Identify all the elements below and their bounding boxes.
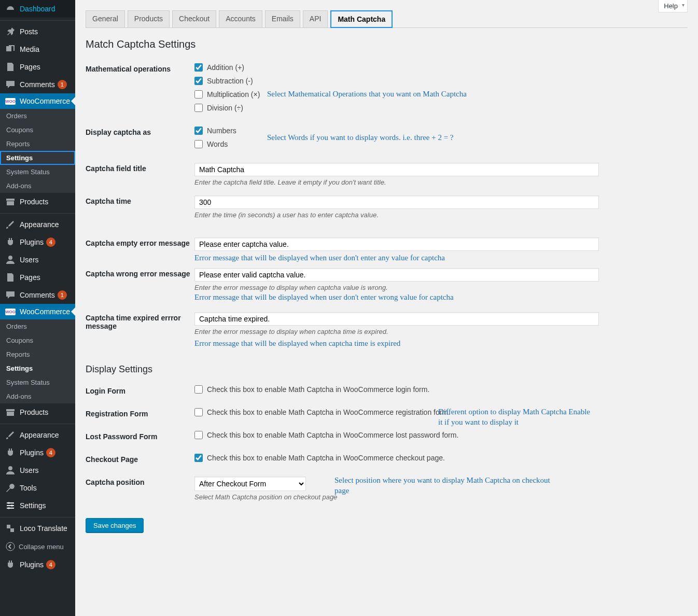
input-field-title[interactable] [194, 163, 599, 176]
label-expired-err: Captcha time expired errror message [86, 312, 194, 349]
label-reg-form: Registration Form [86, 408, 194, 422]
save-button[interactable]: Save changes [86, 518, 144, 533]
row-lost-pw: Lost Password Form Check this box to ena… [86, 431, 688, 444]
svg-point-5 [6, 542, 15, 551]
sidebar-item-woocommerce[interactable]: WOOWooCommerce [0, 93, 75, 109]
sub-addons[interactable]: Add-ons [0, 179, 75, 193]
cb-division[interactable] [194, 104, 203, 112]
comment-icon [5, 290, 16, 300]
display-settings-heading: Display Settings [86, 364, 688, 375]
tab-products[interactable]: Products [128, 10, 170, 28]
sub-system-status[interactable]: System Status [0, 165, 75, 179]
cb-login[interactable] [194, 385, 203, 394]
sidebar-item-appearance[interactable]: Appearance [0, 216, 75, 233]
sub-orders[interactable]: Orders [0, 109, 75, 123]
lbl-numbers: Numbers [207, 127, 236, 135]
sidebar-item-comments[interactable]: Comments1 [0, 76, 75, 93]
sidebar-item-products[interactable]: Products [0, 193, 75, 211]
tab-emails[interactable]: Emails [265, 10, 300, 28]
tab-general[interactable]: General [86, 10, 125, 28]
cb-checkout[interactable] [194, 454, 203, 462]
row-expired-err: Captcha time expired errror message Ente… [86, 312, 688, 349]
sub2-reports[interactable]: Reports [0, 347, 75, 361]
row-login-form: Login Form Check this box to enable Math… [86, 385, 688, 399]
lbl-lostpw: Check this box to enable Math Captcha in… [207, 431, 458, 439]
settings-tabs: General Products Checkout Accounts Email… [86, 10, 688, 28]
sub-settings[interactable]: Settings [0, 151, 75, 165]
comment-icon [5, 79, 16, 90]
row-field-title: Captcha field title Enter the captcha fi… [86, 163, 688, 186]
sidebar-item-pages[interactable]: Pages [0, 58, 75, 76]
row-checkout-page: Checkout Page Check this box to enable M… [86, 454, 688, 467]
woo-submenu2: Orders Coupons Reports Settings System S… [0, 319, 75, 403]
brush-icon [5, 430, 16, 440]
plug-icon [5, 559, 16, 570]
cb-subtraction[interactable] [194, 77, 203, 85]
sidebar-item-users2[interactable]: Users [0, 461, 75, 479]
sidebar-item-plugins2[interactable]: Plugins4 [0, 444, 75, 461]
sidebar-item-plugins[interactable]: Plugins4 [0, 233, 75, 251]
sub2-coupons[interactable]: Coupons [0, 333, 75, 347]
woo-icon: WOO [5, 98, 16, 105]
input-empty-err[interactable] [194, 237, 599, 251]
sidebar-item-media[interactable]: Media [0, 40, 75, 58]
input-wrong-err[interactable] [194, 268, 599, 282]
wrench-icon [5, 483, 16, 493]
label-wrong-err: Captcha wrong error message [86, 268, 194, 303]
cb-multiplication[interactable] [194, 90, 203, 99]
cb-numbers[interactable] [194, 127, 203, 135]
sidebar-item-plugins3[interactable]: Plugins4 [0, 556, 75, 573]
archive-icon [5, 197, 16, 207]
tab-math-captcha[interactable]: Math Captcha [330, 10, 393, 28]
sidebar-item-tools[interactable]: Tools [0, 479, 75, 497]
sidebar-item-loco[interactable]: Loco Translate [0, 520, 75, 537]
media-icon [5, 44, 16, 54]
annotation-display: Different option to display Math Captcha… [438, 407, 594, 427]
cb-register[interactable] [194, 408, 203, 416]
cb-words[interactable] [194, 140, 203, 148]
lbl-login: Check this box to enable Math Captcha in… [207, 385, 429, 394]
row-captcha-pos: Captcha position After Checkout Form Sel… [86, 477, 688, 501]
tab-accounts[interactable]: Accounts [219, 10, 262, 28]
input-captcha-time[interactable] [194, 195, 599, 209]
label-math-ops: Mathematical operations [86, 63, 194, 117]
sub2-system-status[interactable]: System Status [0, 375, 75, 389]
sidebar-item-users[interactable]: Users [0, 251, 75, 269]
tab-checkout[interactable]: Checkout [172, 10, 216, 28]
collapse-menu[interactable]: Collapse menu [0, 537, 75, 556]
label-login-form: Login Form [86, 385, 194, 399]
label-field-title: Captcha field title [86, 163, 194, 186]
sidebar-item-pages2[interactable]: Pages [0, 269, 75, 286]
sidebar-item-appearance2[interactable]: Appearance [0, 426, 75, 444]
sidebar-item-dashboard[interactable]: Dashboard [0, 0, 75, 18]
row-wrong-err: Captcha wrong error message Enter the er… [86, 268, 688, 303]
annotation-expired: Error message that will be displayed whe… [194, 339, 688, 349]
select-captcha-pos[interactable]: After Checkout Form [194, 477, 306, 491]
user-icon [5, 255, 16, 265]
sub2-orders[interactable]: Orders [0, 319, 75, 333]
brush-icon [5, 219, 16, 230]
sidebar-item-posts[interactable]: Posts [0, 23, 75, 40]
input-expired-err[interactable] [194, 312, 599, 326]
help-tab[interactable]: Help [658, 0, 688, 12]
sub2-addons[interactable]: Add-ons [0, 389, 75, 403]
cb-addition[interactable] [194, 63, 203, 72]
cb-lostpw[interactable] [194, 431, 203, 439]
sidebar-item-comments2[interactable]: Comments1 [0, 286, 75, 304]
sub2-settings[interactable]: Settings [0, 361, 75, 375]
row-display-as: Display captcha as Numbers Words Select … [86, 127, 688, 153]
sub-coupons[interactable]: Coupons [0, 123, 75, 137]
row-captcha-time: Captcha time Enter the time (in seconds)… [86, 195, 688, 228]
label-captcha-pos: Captcha position [86, 477, 194, 501]
sidebar-item-products2[interactable]: Products [0, 403, 75, 421]
sidebar-item-woocommerce2[interactable]: WOOWooCommerce [0, 304, 75, 319]
annotation-words: Select Words if you want to display word… [267, 133, 454, 143]
label-empty-err: Captcha empty error message [86, 237, 194, 263]
desc-field-title: Enter the captcha field title. Leave it … [194, 178, 688, 186]
collapse-icon [5, 541, 16, 552]
sidebar-item-settings[interactable]: Settings [0, 497, 75, 514]
sub-reports[interactable]: Reports [0, 137, 75, 151]
desc-expired-err: Enter the error message to display when … [194, 328, 688, 335]
desc-wrong-err: Enter the error message to display when … [194, 284, 688, 291]
tab-api[interactable]: API [303, 10, 328, 28]
